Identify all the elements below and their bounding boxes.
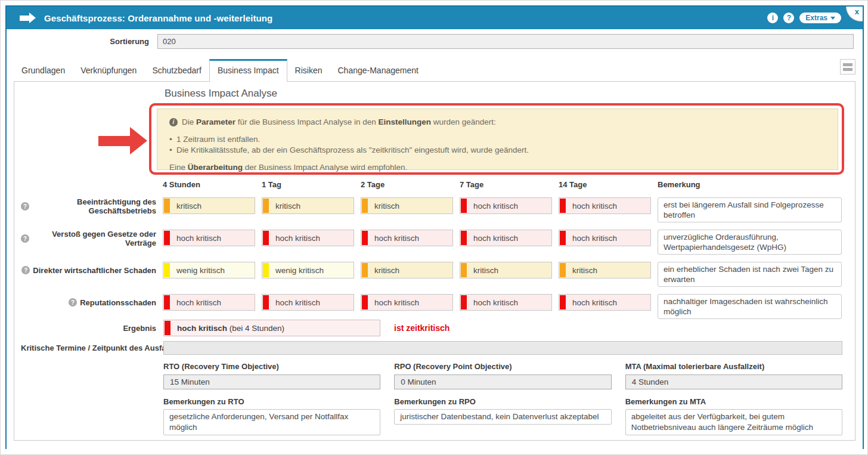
rpo-bemerkung-label: Bemerkungen zu RPO (394, 397, 611, 407)
help-icon[interactable]: ? (783, 13, 794, 23)
help-icon[interactable]: ? (69, 298, 77, 307)
criticality-value: hoch kritisch (572, 298, 617, 307)
tab-business-impact[interactable]: Business Impact (209, 59, 287, 82)
tab-grundlagen[interactable]: Grundlagen (14, 59, 73, 82)
bemerkung-input[interactable]: nachhaltiger Imageschaden ist wahrschein… (658, 294, 842, 319)
notice-intro-text: Die Parameter für die Business Impact An… (182, 117, 496, 128)
criticality-value: hoch kritisch (176, 234, 221, 243)
process-arrow-icon (20, 13, 36, 23)
criticality-value: kritisch (374, 266, 399, 275)
sortierung-label: Sortierung (7, 37, 149, 46)
criticality-select[interactable]: hoch kritisch (559, 294, 651, 311)
column-header: Bemerkung (658, 180, 842, 190)
mta-bemerkung-label: Bemerkungen zu MTA (625, 397, 842, 407)
criticality-select[interactable]: hoch kritisch (262, 230, 354, 246)
titlebar: Geschäftsprozess: Orderannahme und -weit… (7, 7, 863, 29)
kritische-termine-input[interactable] (163, 341, 842, 355)
level-color-bar (461, 231, 467, 245)
rpo-bemerkung-input[interactable]: juristischer Datenbestand, kein Datenver… (394, 409, 611, 425)
criticality-select[interactable]: kritisch (361, 262, 453, 278)
rpo-label: RPO (Recovery Point Objective) (394, 362, 611, 372)
criticality-select[interactable]: hoch kritisch (559, 230, 651, 246)
level-color-bar (362, 263, 368, 277)
level-color-bar (560, 263, 566, 277)
level-color-bar (461, 199, 467, 213)
info-icon[interactable]: i (767, 13, 778, 23)
level-color-bar (263, 231, 269, 245)
mta-value-field: 4 Stunden (625, 374, 842, 389)
row-label: ?Direkter wirtschaftlicher Schaden (21, 262, 156, 278)
mta-label: MTA (Maximal tolerierbare Ausfallzeit) (625, 362, 842, 372)
tab-risiken[interactable]: Risiken (287, 59, 330, 82)
grid-corner (21, 180, 156, 190)
level-color-bar (560, 199, 566, 213)
notice-info-icon: i (169, 118, 178, 126)
rpo-value-field: 0 Minuten (394, 374, 611, 389)
help-icon[interactable]: ? (21, 234, 29, 243)
level-color-bar (263, 295, 269, 309)
section-title: Business Impact Analyse (165, 88, 277, 100)
criticality-value: wenig kritisch (275, 266, 324, 275)
column-header: 2 Tage (361, 180, 453, 190)
sortierung-input[interactable] (157, 34, 854, 49)
sortierung-row: Sortierung (7, 34, 854, 49)
kritische-termine-row: Kritische Termine / Zeitpunkt des Ausfal… (21, 341, 842, 355)
criticality-select[interactable]: kritisch (163, 197, 255, 214)
level-color-bar (362, 231, 368, 245)
criticality-select[interactable]: hoch kritisch (559, 197, 651, 214)
window-body: Sortierung Grundlagen Verknüpfungen Schu… (7, 34, 863, 453)
rto-value-field: 15 Minuten (163, 374, 380, 389)
level-color-bar (560, 295, 566, 309)
ergebnis-value: hoch kritisch (bei 4 Stunden) (177, 324, 284, 333)
tab-schutzbedarf[interactable]: Schutzbedarf (144, 59, 209, 82)
criticality-value: hoch kritisch (473, 202, 518, 211)
level-color-bar (164, 199, 170, 213)
zeitkritisch-flag: ist zeitkritisch (394, 323, 450, 333)
ergebnis-label: Ergebnis (21, 324, 156, 333)
criticality-select[interactable]: hoch kritisch (361, 230, 453, 246)
dialog-window: Geschäftsprozess: Orderannahme und -weit… (5, 5, 864, 449)
bemerkung-input[interactable]: ein erheblicher Schaden ist nach zwei Ta… (658, 262, 842, 287)
criticality-select[interactable]: kritisch (559, 262, 651, 278)
screenshot-root: Geschäftsprozess: Orderannahme und -weit… (0, 0, 868, 455)
help-icon[interactable]: ? (21, 202, 29, 211)
level-color-bar (263, 199, 269, 213)
criticality-value: hoch kritisch (374, 298, 419, 307)
level-color-bar (165, 321, 170, 335)
extras-button[interactable]: Extras (799, 13, 841, 23)
criticality-select[interactable]: hoch kritisch (460, 197, 552, 214)
criticality-select[interactable]: kritisch (262, 197, 354, 214)
criticality-value: hoch kritisch (374, 234, 419, 243)
rto-bemerkung-input[interactable]: gesetzliche Anforderungen, Versand per N… (163, 409, 380, 435)
criticality-select[interactable]: kritisch (361, 197, 453, 214)
criticality-select[interactable]: wenig kritisch (262, 262, 354, 278)
criticality-select[interactable]: hoch kritisch (163, 294, 255, 311)
close-button[interactable]: x (846, 7, 863, 21)
criticality-select[interactable]: hoch kritisch (460, 294, 552, 311)
help-icon[interactable]: ? (21, 266, 30, 274)
criticality-value: hoch kritisch (572, 202, 617, 211)
window-title: Geschäftsprozess: Orderannahme und -weit… (44, 13, 272, 23)
criticality-select[interactable]: hoch kritisch (262, 294, 354, 311)
row-label: ?Verstoß gegen Gesetze oder Verträge (21, 230, 156, 247)
bemerkung-input[interactable]: unverzügliche Orderausführung, Wertpapie… (658, 230, 842, 255)
ergebnis-row: Ergebnis hoch kritisch (bei 4 Stunden) i… (21, 320, 450, 336)
tab-bar: Grundlagen Verknüpfungen Schutzbedarf Bu… (14, 59, 863, 82)
criticality-select[interactable]: hoch kritisch (361, 294, 453, 311)
mta-bemerkung-input[interactable]: abgeleitet aus der Verfügbarkeit, bei gu… (625, 409, 842, 435)
level-color-bar (164, 231, 170, 245)
tab-change-management[interactable]: Change-Management (330, 59, 426, 82)
criticality-select[interactable]: hoch kritisch (163, 230, 255, 246)
criticality-select[interactable]: hoch kritisch (460, 230, 552, 246)
level-color-bar (461, 295, 467, 309)
rto-block: RTO (Recovery Time Objective) 15 Minuten… (163, 362, 380, 435)
bemerkung-input[interactable]: erst bei längerem Ausfall sind Folgeproz… (658, 197, 842, 222)
criticality-select[interactable]: wenig kritisch (163, 262, 255, 278)
column-header: 14 Tage (559, 180, 651, 190)
criticality-select[interactable]: kritisch (460, 262, 552, 278)
tab-verknuepfungen[interactable]: Verknüpfungen (73, 59, 144, 82)
parameter-change-notice: i Die Parameter für die Business Impact … (157, 109, 838, 170)
column-header: 4 Stunden (163, 180, 255, 190)
level-color-bar (362, 295, 368, 309)
column-header: 1 Tag (262, 180, 354, 190)
